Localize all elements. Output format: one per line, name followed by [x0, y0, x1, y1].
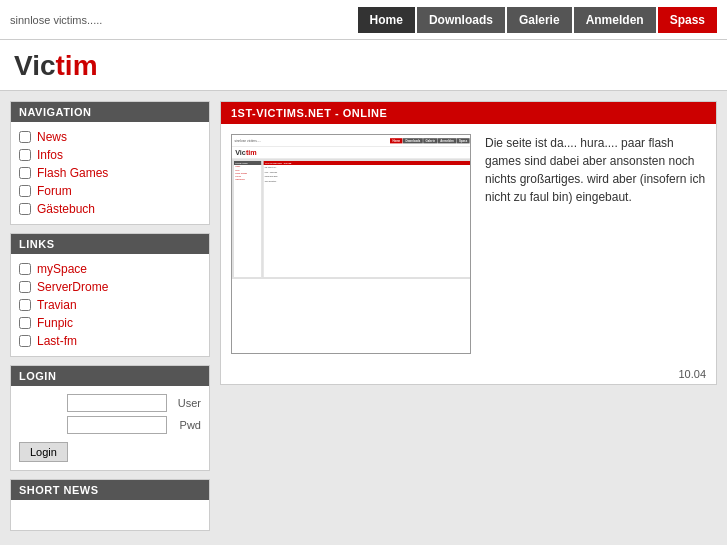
article-body: sinnlose victims..... Home Downloads Gal…	[221, 124, 716, 364]
mini-content-text-1: hura.... paar flash	[264, 170, 470, 175]
logo-part1: Vic	[14, 50, 56, 81]
mini-sb-item-0: News	[234, 165, 261, 168]
link-funpic[interactable]: Funpic	[37, 316, 73, 330]
link-checkbox-lastfm[interactable]	[19, 335, 31, 347]
links-section-header: LINKS	[11, 234, 209, 254]
main-layout: NAVIGATION News Infos Flash Games Forum	[0, 91, 727, 545]
nav-galerie[interactable]: Galerie	[507, 7, 572, 33]
shortnews-section: SHORT NEWS	[10, 479, 210, 531]
login-section: LOGIN User Pwd Login	[10, 365, 210, 471]
mini-sb-item-4: Gästebuch	[234, 178, 261, 181]
login-user-row: User	[19, 394, 201, 412]
logo-part2: tim	[56, 50, 98, 81]
mini-topbar: sinnlose victims..... Home Downloads Gal…	[232, 135, 471, 147]
nav-item-forum[interactable]: Forum	[19, 182, 201, 200]
mini-sb-nav-header: NAVIGATION	[234, 161, 261, 165]
nav-item-gaestebuch[interactable]: Gästebuch	[19, 200, 201, 218]
mini-sb-item-1: Infos	[234, 168, 261, 171]
mini-content: 1ST-VICTIMS.NET - ONLINE Die seite ist d…	[263, 161, 470, 278]
link-serverdrome[interactable]: ServerDrome	[37, 280, 108, 294]
article-section: 1ST-VICTIMS.NET - ONLINE sinnlose victim…	[220, 101, 717, 385]
link-item-travian[interactable]: Travian	[19, 296, 201, 314]
link-checkbox-myspace[interactable]	[19, 263, 31, 275]
login-pwd-label: Pwd	[173, 419, 201, 431]
mini-sb-item-3: Forum	[234, 175, 261, 178]
mini-sb-item-2: Flash Games	[234, 171, 261, 174]
login-body: User Pwd Login	[11, 386, 209, 470]
mini-logo-part2: tim	[246, 149, 257, 157]
mini-nav-galerie: Galerie	[423, 138, 437, 143]
mini-content-header: 1ST-VICTIMS.NET - ONLINE	[264, 161, 470, 165]
nav-checkbox-news[interactable]	[19, 131, 31, 143]
nav-link-flash-games[interactable]: Flash Games	[37, 166, 108, 180]
nav-checkbox-infos[interactable]	[19, 149, 31, 161]
mini-logo: Victim	[232, 147, 471, 159]
mini-top-nav: Home Downloads Galerie Anmelden Spass	[390, 138, 470, 143]
article-text: Die seite ist da.... hura.... paar flash…	[485, 134, 706, 354]
shortnews-body	[11, 500, 209, 530]
navigation-section: NAVIGATION News Infos Flash Games Forum	[10, 101, 210, 225]
mini-nav-spass: Spass	[457, 138, 470, 143]
nav-link-news[interactable]: News	[37, 130, 67, 144]
nav-checkbox-forum[interactable]	[19, 185, 31, 197]
nav-link-infos[interactable]: Infos	[37, 148, 63, 162]
navigation-section-body: News Infos Flash Games Forum Gästebuch	[11, 122, 209, 224]
nav-checkbox-gaestebuch[interactable]	[19, 203, 31, 215]
link-checkbox-funpic[interactable]	[19, 317, 31, 329]
login-user-input[interactable]	[67, 394, 167, 412]
links-section: LINKS mySpace ServerDrome Travian Funpic	[10, 233, 210, 357]
sidebar: NAVIGATION News Infos Flash Games Forum	[10, 101, 210, 541]
nav-home[interactable]: Home	[358, 7, 415, 33]
links-section-body: mySpace ServerDrome Travian Funpic Last-…	[11, 254, 209, 356]
nav-item-infos[interactable]: Infos	[19, 146, 201, 164]
link-lastfm[interactable]: Last-fm	[37, 334, 77, 348]
mini-nav-downloads: Downloads	[403, 138, 423, 143]
site-preview: sinnlose victims..... Home Downloads Gal…	[231, 134, 471, 354]
link-myspace[interactable]: mySpace	[37, 262, 87, 276]
mini-logo-part1: Vic	[235, 149, 246, 157]
link-item-serverdrome[interactable]: ServerDrome	[19, 278, 201, 296]
link-item-myspace[interactable]: mySpace	[19, 260, 201, 278]
site-logo: Victim	[0, 40, 727, 91]
navigation-section-header: NAVIGATION	[11, 102, 209, 122]
top-navigation: Home Downloads Galerie Anmelden Spass	[358, 7, 717, 33]
nav-anmelden[interactable]: Anmelden	[574, 7, 656, 33]
link-item-lastfm[interactable]: Last-fm	[19, 332, 201, 350]
link-item-funpic[interactable]: Funpic	[19, 314, 201, 332]
login-pwd-input[interactable]	[67, 416, 167, 434]
nav-downloads[interactable]: Downloads	[417, 7, 505, 33]
login-user-label: User	[173, 397, 201, 409]
nav-checkbox-flash-games[interactable]	[19, 167, 31, 179]
nav-link-forum[interactable]: Forum	[37, 184, 72, 198]
login-pwd-row: Pwd	[19, 416, 201, 434]
mini-content-text-3: aber ansonsten...	[264, 179, 470, 184]
article-date: 10.04	[221, 364, 716, 384]
link-travian[interactable]: Travian	[37, 298, 77, 312]
nav-spass[interactable]: Spass	[658, 7, 717, 33]
link-checkbox-travian[interactable]	[19, 299, 31, 311]
article-header: 1ST-VICTIMS.NET - ONLINE	[221, 102, 716, 124]
link-checkbox-serverdrome[interactable]	[19, 281, 31, 293]
mini-sidebar: NAVIGATION News Infos Flash Games Forum …	[234, 161, 262, 278]
site-tagline: sinnlose victims.....	[10, 14, 358, 26]
nav-link-gaestebuch[interactable]: Gästebuch	[37, 202, 95, 216]
login-section-header: LOGIN	[11, 366, 209, 386]
mini-layout: NAVIGATION News Infos Flash Games Forum …	[232, 159, 471, 279]
mini-site-title: sinnlose victims.....	[234, 139, 390, 143]
shortnews-section-header: SHORT NEWS	[11, 480, 209, 500]
mini-content-text-0: Die seite ist da....	[264, 165, 470, 170]
mini-content-text-2: games sind dabei	[264, 174, 470, 179]
content-area: 1ST-VICTIMS.NET - ONLINE sinnlose victim…	[220, 101, 717, 541]
login-button[interactable]: Login	[19, 442, 68, 462]
nav-item-news[interactable]: News	[19, 128, 201, 146]
topbar: sinnlose victims..... Home Downloads Gal…	[0, 0, 727, 40]
mini-nav-home: Home	[390, 138, 403, 143]
nav-item-flash-games[interactable]: Flash Games	[19, 164, 201, 182]
preview-scale-wrapper: sinnlose victims..... Home Downloads Gal…	[232, 135, 471, 279]
mini-nav-anmelden: Anmelden	[438, 138, 456, 143]
